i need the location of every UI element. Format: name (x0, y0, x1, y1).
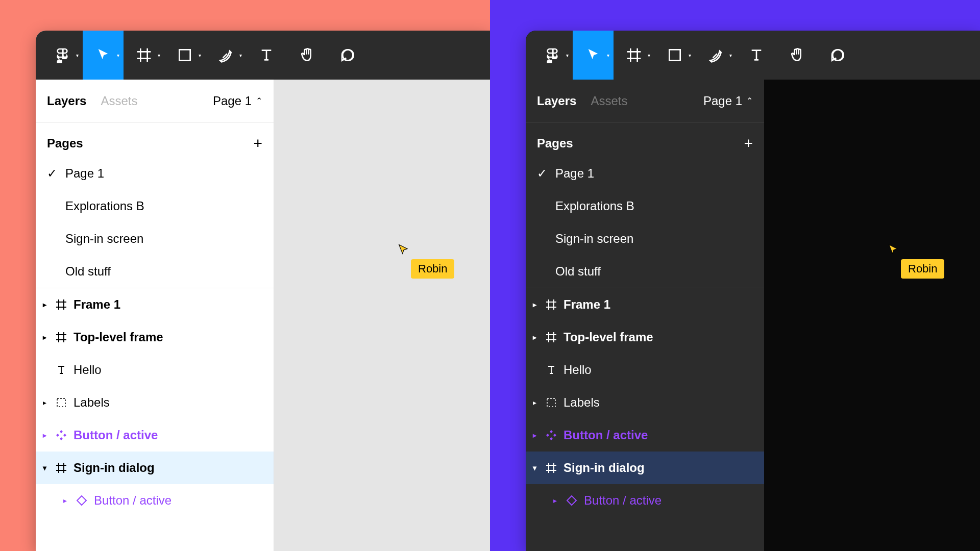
page-item[interactable]: ✓ Page 1 (526, 157, 764, 190)
page-name: Old stuff (555, 264, 601, 279)
chevron-down-icon: ▾ (199, 53, 201, 58)
layer-name: Frame 1 (74, 297, 120, 312)
layer-name: Hello (564, 363, 592, 377)
chevron-down-icon: ▾ (76, 53, 79, 58)
layer-name: Button / active (74, 428, 158, 442)
disclosure-triangle-icon[interactable]: ▾ (530, 464, 539, 472)
chevron-down-icon: ▾ (158, 53, 160, 58)
frame-tool-icon[interactable]: ▾ (124, 31, 164, 80)
layer-row[interactable]: ▸ Labels (526, 386, 764, 419)
layer-name: Sign-in dialog (74, 461, 155, 475)
page-item[interactable]: ✓ Page 1 (36, 157, 274, 190)
app-window: ▾ ▾ ▾ ▾ ▾ (36, 31, 490, 551)
comment-tool-icon[interactable] (328, 31, 369, 80)
add-page-button[interactable]: + (744, 135, 753, 152)
toolbar: ▾ ▾ ▾ ▾ ▾ (526, 31, 980, 80)
figma-menu-icon[interactable]: ▾ (532, 31, 573, 80)
page-item[interactable]: Old stuff (36, 255, 274, 288)
layer-row[interactable]: ▸ Hello (36, 354, 274, 386)
layer-name: Button / active (584, 493, 662, 508)
page-item[interactable]: Explorations B (526, 190, 764, 222)
hand-tool-icon[interactable] (287, 31, 328, 80)
pen-tool-icon[interactable]: ▾ (695, 31, 736, 80)
text-tool-icon[interactable] (246, 31, 287, 80)
layer-row[interactable]: ▸ Top-level frame (526, 321, 764, 354)
collaborator-label: Robin (411, 259, 454, 279)
comment-tool-icon[interactable] (818, 31, 859, 80)
layer-row[interactable]: ▸ Frame 1 (36, 288, 274, 321)
pages-header-label: Pages (47, 136, 83, 151)
page-selector[interactable]: Page 1 ⌃ (703, 94, 753, 108)
disclosure-triangle-icon[interactable]: ▸ (40, 398, 49, 407)
page-selector[interactable]: Page 1 ⌃ (213, 94, 262, 108)
layer-row[interactable]: ▸ Button / active (526, 419, 764, 452)
disclosure-triangle-icon[interactable]: ▾ (40, 464, 49, 472)
page-item[interactable]: Sign-in screen (526, 222, 764, 255)
page-item[interactable]: Sign-in screen (36, 222, 274, 255)
component-icon (54, 428, 68, 442)
page-name: Old stuff (65, 264, 111, 279)
page-item[interactable]: Explorations B (36, 190, 274, 222)
layer-row[interactable]: ▸ Button / active (526, 484, 764, 517)
layer-row[interactable]: ▸ Labels (36, 386, 274, 419)
layer-row[interactable]: ▸ Button / active (36, 484, 274, 517)
layer-row[interactable]: ▸ Button / active (36, 419, 274, 452)
tab-assets[interactable]: Assets (591, 94, 627, 108)
tab-assets[interactable]: Assets (101, 94, 137, 108)
hand-tool-icon[interactable] (777, 31, 818, 80)
layers-panel: Layers Assets Page 1 ⌃ Pages + ✓ Page 1 (36, 80, 274, 551)
layer-row[interactable]: ▸ Hello (526, 354, 764, 386)
layer-row[interactable]: ▾ Sign-in dialog (36, 452, 274, 484)
pen-tool-icon[interactable]: ▾ (205, 31, 246, 80)
frame-icon (54, 330, 68, 344)
layer-row[interactable]: ▸ Top-level frame (36, 321, 274, 354)
disclosure-triangle-icon[interactable]: ▸ (550, 496, 559, 505)
layer-name: Labels (564, 395, 600, 410)
disclosure-triangle-icon[interactable]: ▸ (530, 333, 539, 341)
frame-tool-icon[interactable]: ▾ (614, 31, 654, 80)
layer-name: Top-level frame (564, 330, 653, 344)
app-window: ▾ ▾ ▾ ▾ ▾ (526, 31, 980, 551)
canvas[interactable]: Robin (274, 80, 490, 551)
disclosure-triangle-icon[interactable]: ▸ (530, 398, 539, 407)
disclosure-triangle-icon[interactable]: ▸ (530, 431, 539, 439)
canvas[interactable]: Robin (764, 80, 980, 551)
layer-name: Button / active (94, 493, 172, 508)
figma-menu-icon[interactable]: ▾ (42, 31, 83, 80)
chevron-down-icon: ▾ (648, 53, 650, 58)
text-icon (54, 363, 68, 377)
shape-tool-icon[interactable]: ▾ (654, 31, 695, 80)
tab-layers[interactable]: Layers (537, 94, 576, 108)
layer-name: Labels (74, 395, 110, 410)
shape-tool-icon[interactable]: ▾ (164, 31, 205, 80)
add-page-button[interactable]: + (253, 135, 262, 152)
layer-name: Sign-in dialog (564, 461, 645, 475)
layer-row[interactable]: ▸ Frame 1 (526, 288, 764, 321)
chevron-up-icon: ⌃ (256, 96, 262, 106)
chevron-up-icon: ⌃ (746, 96, 753, 106)
page-item[interactable]: Old stuff (526, 255, 764, 288)
group-icon (54, 395, 68, 410)
instance-icon (565, 493, 579, 508)
disclosure-triangle-icon[interactable]: ▸ (40, 300, 49, 309)
chevron-down-icon: ▾ (566, 53, 569, 58)
disclosure-triangle-icon[interactable]: ▸ (530, 300, 539, 309)
disclosure-triangle-icon[interactable]: ▸ (60, 496, 69, 505)
tab-layers[interactable]: Layers (47, 94, 86, 108)
disclosure-triangle-icon[interactable]: ▸ (40, 333, 49, 341)
layer-row[interactable]: ▾ Sign-in dialog (526, 452, 764, 484)
move-tool-icon[interactable]: ▾ (83, 31, 124, 80)
chevron-down-icon: ▾ (689, 53, 691, 58)
move-tool-icon[interactable]: ▾ (573, 31, 614, 80)
chevron-down-icon: ▾ (607, 53, 609, 58)
collaborator-label: Robin (901, 259, 944, 279)
text-tool-icon[interactable] (736, 31, 777, 80)
disclosure-triangle-icon[interactable]: ▸ (40, 431, 49, 439)
chevron-down-icon: ▾ (729, 53, 732, 58)
group-icon (544, 395, 558, 410)
pages-header-label: Pages (537, 136, 573, 151)
page-name: Sign-in screen (65, 232, 143, 246)
page-name: Explorations B (555, 199, 634, 213)
collaborator-cursor: Robin (397, 243, 411, 259)
frame-icon (54, 297, 68, 312)
